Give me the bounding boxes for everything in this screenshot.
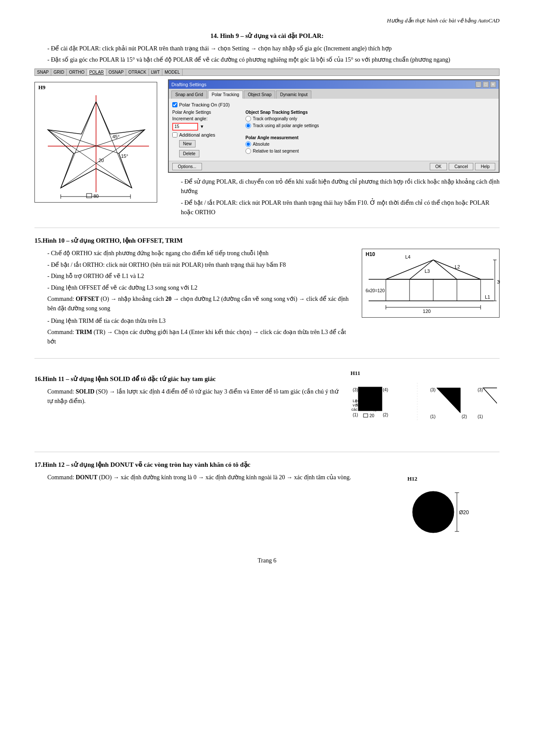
dialog-titlebar: Drafting Settings _ □ ✕ xyxy=(169,80,499,89)
section15-para5-suffix: (O) → nhập khoảng cách xyxy=(99,296,165,302)
svg-line-2 xyxy=(61,102,96,188)
section15-para4: Dùng lệnh OFFSET để vẽ các đường L3 song… xyxy=(47,283,353,293)
section15-para5-prefix: Command: xyxy=(47,296,76,302)
increment-value-row: ▼ xyxy=(172,123,241,131)
dialog-left-col: Polar Angle Settings Increment angle: ▼ … xyxy=(172,110,241,157)
options-button[interactable]: Options... xyxy=(172,163,202,170)
h11-label: H11 xyxy=(351,370,497,377)
new-button[interactable]: New xyxy=(179,140,196,147)
section14-title: 14. Hình 9 – sử dụng và cài đặt POLAR: xyxy=(34,32,500,40)
section15-left: Chế độ ORTHO xác định phương đứng hoặc n… xyxy=(34,249,353,350)
radio-ortho[interactable] xyxy=(245,116,251,122)
svg-rect-48 xyxy=(363,414,368,417)
polar-measurement-label: Polar Angle measurement xyxy=(245,135,495,140)
section15-para5: Command: OFFSET (O) → nhập khoảng cách 2… xyxy=(47,294,353,314)
status-snap[interactable]: SNAP xyxy=(35,69,51,75)
section16-content: 16.Hình 11 – sử dụng lệnh SOLID để tô đặ… xyxy=(34,367,500,443)
tab-dynamic-input[interactable]: Dynamic Input xyxy=(276,91,311,99)
section14-para3: Để sử dụng POLAR, di chuyển con trỏ đến … xyxy=(181,177,500,197)
h12-svg: Ø20 xyxy=(407,484,494,536)
radio-all-polar-row: Track using all polar angle settings xyxy=(245,123,495,128)
polar-tracking-label: Polar Tracking On (F10) xyxy=(179,102,230,107)
increment-angle-input[interactable] xyxy=(172,123,198,131)
section15-trim-cmd: TRIM xyxy=(76,329,92,335)
svg-text:(1): (1) xyxy=(430,414,435,419)
section16-para1: Command: SOLID (SO) → lần lượt xác định … xyxy=(47,387,339,406)
ok-button[interactable]: OK xyxy=(430,163,447,170)
status-ortho[interactable]: ORTHO xyxy=(67,69,87,75)
dialog-maximize-btn[interactable]: □ xyxy=(483,81,489,87)
svg-text:6x20=120: 6x20=120 xyxy=(366,288,385,293)
svg-text:(2): (2) xyxy=(462,414,467,419)
dialog-body: Polar Tracking On (F10) Polar Angle Sett… xyxy=(169,99,499,161)
cancel-button[interactable]: Cancel xyxy=(449,163,473,170)
svg-text:(2): (2) xyxy=(383,412,388,417)
svg-text:Ø20: Ø20 xyxy=(459,509,469,515)
h10-drawing: H10 xyxy=(362,249,500,318)
radio-all-polar[interactable] xyxy=(245,123,251,128)
section14-para2: Đặt số gia góc cho POLAR là 15° và bật c… xyxy=(47,55,500,65)
svg-text:(1): (1) xyxy=(478,414,483,419)
status-grid[interactable]: GRID xyxy=(51,69,67,75)
page-number: Trang 6 xyxy=(34,557,500,564)
status-otrack[interactable]: OTRACK xyxy=(126,69,149,75)
page-header: Hướng dẫn thực hành các bài vẽ bằng Auto… xyxy=(34,17,500,24)
svg-line-3 xyxy=(96,102,132,188)
radio-ortho-label: Track orthogonally only xyxy=(253,116,297,121)
h9-label: H9 xyxy=(38,84,46,91)
svg-text:(3): (3) xyxy=(478,387,483,392)
status-osnap[interactable]: OSNAP xyxy=(106,69,126,75)
h10-svg: H10 xyxy=(362,249,500,318)
radio-all-polar-label: Track using all polar angle settings xyxy=(253,123,319,128)
section16-solid-cmd: SOLID xyxy=(76,388,95,395)
svg-marker-19 xyxy=(386,260,481,279)
section14-para1: Để cài đặt POLAR: click phải nút POLAR t… xyxy=(47,44,500,53)
status-model[interactable]: MODEL xyxy=(162,69,183,75)
section15-content: Chế độ ORTHO xác định phương đứng hoặc n… xyxy=(34,249,500,350)
radio-relative-row: Relative to last segment xyxy=(245,148,495,154)
svg-marker-51 xyxy=(437,388,460,413)
otrack-label: Object Snap Tracking Settings xyxy=(245,110,495,115)
tab-polar-tracking[interactable]: Polar Tracking xyxy=(208,91,243,99)
svg-text:45°: 45° xyxy=(112,134,120,139)
h9-svg: 45° 20 15° 80 xyxy=(35,82,158,203)
help-button[interactable]: Help xyxy=(475,163,495,170)
svg-text:20: 20 xyxy=(369,413,375,418)
new-delete-buttons: New xyxy=(179,140,241,147)
radio-relative[interactable] xyxy=(245,148,251,154)
section17-donut-cmd: DONUT xyxy=(76,474,98,481)
h11-drawing: H11 (3) (4) (1) (2) Lệnh DONUT với thứ t… xyxy=(348,367,500,443)
status-lwt[interactable]: LWT xyxy=(149,69,162,75)
polar-angle-label: Polar Angle Settings xyxy=(172,110,241,115)
radio-absolute[interactable] xyxy=(245,141,251,147)
dialog-close-btn[interactable]: ✕ xyxy=(490,81,496,87)
dialog-minimize-btn[interactable]: _ xyxy=(475,81,481,87)
polar-tracking-checkbox-row: Polar Tracking On (F10) xyxy=(172,102,495,107)
drafting-settings-dialog: Drafting Settings _ □ ✕ Snap and Grid Po… xyxy=(168,79,500,173)
dialog-tabs: Snap and Grid Polar Tracking Object Snap… xyxy=(169,89,499,99)
section15-para1: Chế độ ORTHO xác định phương đứng hoặc n… xyxy=(47,249,353,258)
polar-tracking-checkbox[interactable] xyxy=(172,102,177,107)
svg-text:L4: L4 xyxy=(405,254,410,259)
svg-text:H10: H10 xyxy=(366,251,375,257)
tab-object-snap[interactable]: Object Snap xyxy=(244,91,275,99)
status-polar[interactable]: POLAR xyxy=(87,69,106,75)
section15-para7-suffix: (TR) → Chọn các đường giới hạn L4 (Enter… xyxy=(47,329,346,345)
h11-svg: (3) (4) (1) (2) Lệnh DONUT với thứ tự cá… xyxy=(351,378,497,439)
tab-snap-grid[interactable]: Snap and Grid xyxy=(171,91,207,99)
svg-text:với thứ tự: với thứ tự xyxy=(353,403,370,407)
additional-angles-checkbox[interactable] xyxy=(172,132,177,137)
section15-para3: Dùng hỗ trợ ORTHO để vẽ L1 và L2 xyxy=(47,272,353,281)
section17-para1: Command: DONUT (DO) → xác định đường kín… xyxy=(47,473,396,482)
additional-angles-label: Additional angles xyxy=(179,132,215,137)
svg-text:15°: 15° xyxy=(121,153,128,159)
increment-angle-row: Increment angle: xyxy=(172,116,241,121)
section15-para5-num: 20 xyxy=(165,296,171,302)
section15-offset-cmd: OFFSET xyxy=(76,296,99,302)
delete-button[interactable]: Delete xyxy=(179,150,199,157)
svg-text:80: 80 xyxy=(93,194,99,199)
section16-left: 16.Hình 11 – sử dụng lệnh SOLID để tô đặ… xyxy=(34,367,339,409)
section15-para2: Để bật / tắt ORTHO: click nút ORTHO (bên… xyxy=(47,260,353,270)
svg-text:120: 120 xyxy=(423,309,431,314)
section14-para4: Để bật / tắt POLAR: click nút POLAR trên… xyxy=(181,198,500,218)
